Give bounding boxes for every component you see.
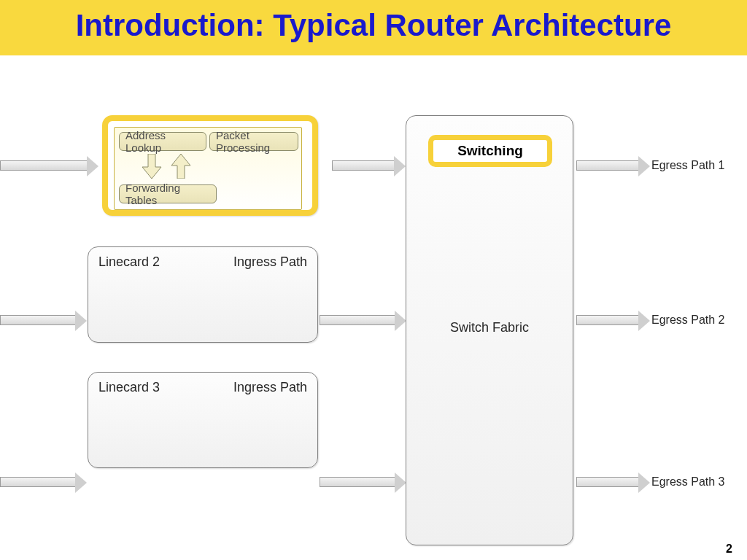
arrow-icon — [0, 160, 88, 171]
linecard-3-box: Linecard 3 Ingress Path — [88, 372, 318, 468]
page-number: 2 — [726, 542, 732, 556]
arrow-icon — [320, 477, 395, 487]
linecard-3-name: Linecard 3 — [98, 380, 160, 395]
arrow-icon — [576, 160, 639, 171]
address-lookup-chip: Address Lookup — [119, 132, 206, 151]
forwarding-tables-chip: Forwarding Tables — [119, 184, 217, 203]
switch-fabric-box: Switching Switch Fabric — [406, 115, 573, 545]
arrow-icon — [576, 315, 639, 325]
arrow-icon — [0, 315, 76, 325]
switching-highlight: Switching — [428, 135, 552, 167]
linecard-2-box: Linecard 2 Ingress Path — [88, 246, 318, 343]
slide-title-bar: Introduction: Typical Router Architectur… — [0, 0, 747, 55]
linecard-1-box: Address Lookup Packet Processing Forward… — [102, 115, 318, 216]
arrow-icon — [332, 160, 395, 171]
linecard-1-inner: Address Lookup Packet Processing Forward… — [114, 127, 302, 210]
egress-path-1-label: Egress Path 1 — [651, 159, 725, 172]
router-architecture-diagram: Address Lookup Packet Processing Forward… — [0, 95, 747, 547]
arrow-icon — [0, 477, 76, 487]
arrow-icon — [320, 315, 395, 325]
linecard-3-path: Ingress Path — [233, 380, 307, 395]
packet-processing-chip: Packet Processing — [209, 132, 298, 151]
linecard-2-path: Ingress Path — [233, 254, 307, 270]
arrow-up-icon — [170, 154, 192, 179]
linecard-2-name: Linecard 2 — [98, 254, 160, 270]
arrow-down-icon — [141, 154, 163, 179]
arrow-icon — [576, 477, 639, 487]
egress-path-2-label: Egress Path 2 — [651, 314, 725, 327]
egress-path-3-label: Egress Path 3 — [651, 475, 725, 489]
switch-fabric-label: Switch Fabric — [406, 320, 573, 335]
slide-title: Introduction: Typical Router Architectur… — [0, 9, 747, 42]
